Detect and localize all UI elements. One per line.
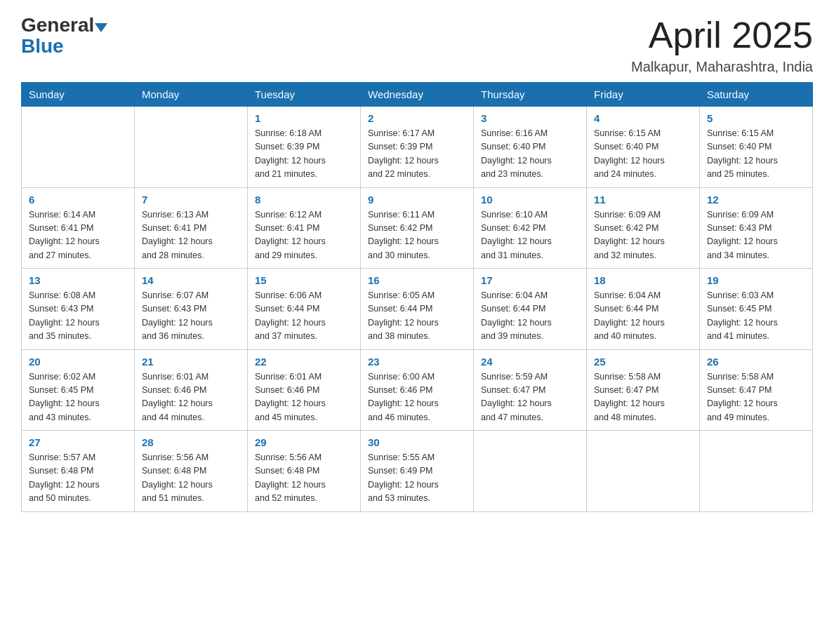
title-section: April 2025 Malkapur, Maharashtra, India <box>631 14 813 75</box>
calendar-week-row: 20Sunrise: 6:02 AM Sunset: 6:45 PM Dayli… <box>22 349 813 431</box>
calendar-day-cell <box>700 431 813 512</box>
day-info: Sunrise: 5:55 AM Sunset: 6:49 PM Dayligh… <box>368 451 466 506</box>
day-number: 24 <box>481 356 579 368</box>
day-info: Sunrise: 6:06 AM Sunset: 6:44 PM Dayligh… <box>255 289 353 344</box>
day-number: 29 <box>255 436 353 448</box>
calendar-day-cell: 21Sunrise: 6:01 AM Sunset: 6:46 PM Dayli… <box>135 349 248 431</box>
day-number: 12 <box>707 194 805 206</box>
day-info: Sunrise: 5:59 AM Sunset: 6:47 PM Dayligh… <box>481 370 579 425</box>
calendar-day-header: Sunday <box>22 83 135 107</box>
calendar-day-cell: 13Sunrise: 6:08 AM Sunset: 6:43 PM Dayli… <box>22 269 135 350</box>
calendar-day-cell: 10Sunrise: 6:10 AM Sunset: 6:42 PM Dayli… <box>474 187 587 269</box>
calendar-day-cell: 3Sunrise: 6:16 AM Sunset: 6:40 PM Daylig… <box>474 107 587 188</box>
logo-general: General <box>21 14 94 36</box>
day-info: Sunrise: 6:18 AM Sunset: 6:39 PM Dayligh… <box>255 127 353 182</box>
calendar-day-cell: 14Sunrise: 6:07 AM Sunset: 6:43 PM Dayli… <box>135 269 248 350</box>
day-info: Sunrise: 5:58 AM Sunset: 6:47 PM Dayligh… <box>594 370 692 425</box>
calendar-table: SundayMondayTuesdayWednesdayThursdayFrid… <box>21 82 813 512</box>
calendar-day-cell: 19Sunrise: 6:03 AM Sunset: 6:45 PM Dayli… <box>700 269 813 350</box>
day-number: 30 <box>368 436 466 448</box>
day-number: 22 <box>255 356 353 368</box>
day-number: 10 <box>481 194 579 206</box>
day-info: Sunrise: 5:56 AM Sunset: 6:48 PM Dayligh… <box>142 451 240 506</box>
day-info: Sunrise: 6:17 AM Sunset: 6:39 PM Dayligh… <box>368 127 466 182</box>
day-number: 4 <box>594 112 692 124</box>
day-info: Sunrise: 6:05 AM Sunset: 6:44 PM Dayligh… <box>368 289 466 344</box>
day-info: Sunrise: 6:11 AM Sunset: 6:42 PM Dayligh… <box>368 208 466 263</box>
location-text: Malkapur, Maharashtra, India <box>631 59 813 75</box>
day-info: Sunrise: 6:15 AM Sunset: 6:40 PM Dayligh… <box>594 127 692 182</box>
day-info: Sunrise: 6:10 AM Sunset: 6:42 PM Dayligh… <box>481 208 579 263</box>
calendar-day-cell: 17Sunrise: 6:04 AM Sunset: 6:44 PM Dayli… <box>474 269 587 350</box>
day-info: Sunrise: 6:07 AM Sunset: 6:43 PM Dayligh… <box>142 289 240 344</box>
day-number: 17 <box>481 274 579 286</box>
day-info: Sunrise: 6:09 AM Sunset: 6:42 PM Dayligh… <box>594 208 692 263</box>
day-number: 27 <box>29 436 127 448</box>
day-info: Sunrise: 5:57 AM Sunset: 6:48 PM Dayligh… <box>29 451 127 506</box>
day-number: 15 <box>255 274 353 286</box>
day-info: Sunrise: 6:04 AM Sunset: 6:44 PM Dayligh… <box>594 289 692 344</box>
calendar-day-cell: 22Sunrise: 6:01 AM Sunset: 6:46 PM Dayli… <box>248 349 361 431</box>
day-number: 5 <box>707 112 805 124</box>
calendar-day-cell: 9Sunrise: 6:11 AM Sunset: 6:42 PM Daylig… <box>361 187 474 269</box>
logo: General Blue <box>21 14 108 58</box>
calendar-day-cell: 30Sunrise: 5:55 AM Sunset: 6:49 PM Dayli… <box>361 431 474 512</box>
day-info: Sunrise: 6:13 AM Sunset: 6:41 PM Dayligh… <box>142 208 240 263</box>
day-number: 28 <box>142 436 240 448</box>
day-info: Sunrise: 6:03 AM Sunset: 6:45 PM Dayligh… <box>707 289 805 344</box>
day-number: 18 <box>594 274 692 286</box>
calendar-day-cell <box>22 107 135 188</box>
day-number: 25 <box>594 356 692 368</box>
calendar-day-cell: 5Sunrise: 6:15 AM Sunset: 6:40 PM Daylig… <box>700 107 813 188</box>
day-info: Sunrise: 6:01 AM Sunset: 6:46 PM Dayligh… <box>142 370 240 425</box>
calendar-day-cell: 7Sunrise: 6:13 AM Sunset: 6:41 PM Daylig… <box>135 187 248 269</box>
calendar-header-row: SundayMondayTuesdayWednesdayThursdayFrid… <box>22 83 813 107</box>
day-number: 13 <box>29 274 127 286</box>
day-info: Sunrise: 6:08 AM Sunset: 6:43 PM Dayligh… <box>29 289 127 344</box>
calendar-day-header: Friday <box>587 83 700 107</box>
calendar-week-row: 13Sunrise: 6:08 AM Sunset: 6:43 PM Dayli… <box>22 269 813 350</box>
page-header: General Blue April 2025 Malkapur, Mahara… <box>21 14 813 75</box>
calendar-day-cell: 11Sunrise: 6:09 AM Sunset: 6:42 PM Dayli… <box>587 187 700 269</box>
day-number: 23 <box>368 356 466 368</box>
day-number: 1 <box>255 112 353 124</box>
day-info: Sunrise: 6:14 AM Sunset: 6:41 PM Dayligh… <box>29 208 127 263</box>
day-number: 26 <box>707 356 805 368</box>
day-number: 3 <box>481 112 579 124</box>
calendar-day-cell <box>474 431 587 512</box>
calendar-day-cell: 28Sunrise: 5:56 AM Sunset: 6:48 PM Dayli… <box>135 431 248 512</box>
calendar-day-cell <box>135 107 248 188</box>
day-info: Sunrise: 5:58 AM Sunset: 6:47 PM Dayligh… <box>707 370 805 425</box>
day-info: Sunrise: 6:15 AM Sunset: 6:40 PM Dayligh… <box>707 127 805 182</box>
calendar-week-row: 1Sunrise: 6:18 AM Sunset: 6:39 PM Daylig… <box>22 107 813 188</box>
calendar-day-cell: 2Sunrise: 6:17 AM Sunset: 6:39 PM Daylig… <box>361 107 474 188</box>
calendar-day-cell: 6Sunrise: 6:14 AM Sunset: 6:41 PM Daylig… <box>22 187 135 269</box>
day-info: Sunrise: 6:02 AM Sunset: 6:45 PM Dayligh… <box>29 370 127 425</box>
day-number: 8 <box>255 194 353 206</box>
calendar-day-cell: 18Sunrise: 6:04 AM Sunset: 6:44 PM Dayli… <box>587 269 700 350</box>
day-info: Sunrise: 6:12 AM Sunset: 6:41 PM Dayligh… <box>255 208 353 263</box>
day-number: 21 <box>142 356 240 368</box>
logo-arrow-icon <box>95 23 107 32</box>
calendar-week-row: 27Sunrise: 5:57 AM Sunset: 6:48 PM Dayli… <box>22 431 813 512</box>
calendar-day-cell: 8Sunrise: 6:12 AM Sunset: 6:41 PM Daylig… <box>248 187 361 269</box>
day-number: 20 <box>29 356 127 368</box>
logo-blue: Blue <box>21 35 64 57</box>
calendar-day-header: Monday <box>135 83 248 107</box>
calendar-day-header: Wednesday <box>361 83 474 107</box>
calendar-day-cell: 29Sunrise: 5:56 AM Sunset: 6:48 PM Dayli… <box>248 431 361 512</box>
month-title: April 2025 <box>631 14 813 56</box>
calendar-day-cell: 16Sunrise: 6:05 AM Sunset: 6:44 PM Dayli… <box>361 269 474 350</box>
calendar-day-cell: 12Sunrise: 6:09 AM Sunset: 6:43 PM Dayli… <box>700 187 813 269</box>
day-number: 7 <box>142 194 240 206</box>
calendar-day-cell: 4Sunrise: 6:15 AM Sunset: 6:40 PM Daylig… <box>587 107 700 188</box>
day-number: 19 <box>707 274 805 286</box>
day-number: 11 <box>594 194 692 206</box>
calendar-day-cell: 24Sunrise: 5:59 AM Sunset: 6:47 PM Dayli… <box>474 349 587 431</box>
day-info: Sunrise: 5:56 AM Sunset: 6:48 PM Dayligh… <box>255 451 353 506</box>
calendar-day-cell: 23Sunrise: 6:00 AM Sunset: 6:46 PM Dayli… <box>361 349 474 431</box>
day-number: 6 <box>29 194 127 206</box>
calendar-day-cell: 20Sunrise: 6:02 AM Sunset: 6:45 PM Dayli… <box>22 349 135 431</box>
day-info: Sunrise: 6:09 AM Sunset: 6:43 PM Dayligh… <box>707 208 805 263</box>
calendar-day-cell: 26Sunrise: 5:58 AM Sunset: 6:47 PM Dayli… <box>700 349 813 431</box>
